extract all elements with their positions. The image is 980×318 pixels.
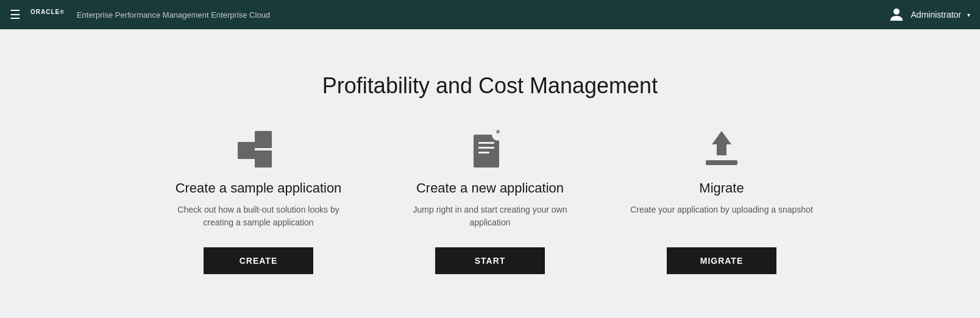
svg-rect-6 — [478, 147, 494, 149]
chevron-down-icon: ▾ — [967, 12, 970, 18]
card-migrate: Migrate Create your application by uploa… — [630, 128, 813, 274]
svg-rect-5 — [478, 142, 494, 144]
svg-rect-2 — [238, 142, 255, 159]
migrate-card-title: Migrate — [699, 180, 744, 196]
create-button[interactable]: CREATE — [204, 247, 313, 274]
app-subtitle: Enterprise Performance Management Enterp… — [77, 10, 270, 19]
card-new: * Create a new application Jump right in… — [399, 128, 581, 274]
svg-rect-1 — [255, 131, 272, 148]
sample-app-icon — [234, 128, 283, 171]
new-card-description: Jump right in and start creating your ow… — [399, 203, 581, 230]
cards-container: Create a sample application Check out ho… — [167, 128, 813, 274]
migrate-button[interactable]: MIGRATE — [667, 247, 776, 274]
page-title: Profitability and Cost Management — [322, 73, 658, 99]
header-left: ☰ ORACLE® Enterprise Performance Managem… — [10, 9, 270, 21]
new-app-icon: * — [466, 128, 514, 171]
oracle-logo: ORACLE® — [30, 9, 65, 20]
user-icon — [888, 6, 905, 23]
card-sample: Create a sample application Check out ho… — [167, 128, 350, 274]
start-button[interactable]: START — [435, 247, 545, 274]
migrate-card-description: Create your application by uploading a s… — [630, 203, 813, 230]
sample-card-title: Create a sample application — [176, 180, 342, 196]
svg-marker-10 — [712, 131, 731, 155]
svg-text:*: * — [496, 129, 500, 139]
app-header: ☰ ORACLE® Enterprise Performance Managem… — [0, 0, 980, 29]
oracle-reg: ® — [60, 9, 65, 15]
new-card-title: Create a new application — [416, 180, 564, 196]
svg-point-0 — [893, 9, 900, 15]
svg-rect-11 — [706, 160, 737, 165]
user-menu[interactable]: Administrator ▾ — [888, 6, 970, 23]
main-content: Profitability and Cost Management Create… — [0, 29, 980, 318]
svg-rect-7 — [478, 152, 489, 154]
oracle-logo-text: ORACLE — [30, 9, 60, 15]
admin-label: Administrator — [911, 10, 961, 19]
migrate-icon — [697, 128, 746, 171]
hamburger-icon[interactable]: ☰ — [10, 9, 21, 21]
sample-card-description: Check out how a built-out solution looks… — [167, 203, 350, 230]
svg-rect-3 — [255, 150, 272, 168]
